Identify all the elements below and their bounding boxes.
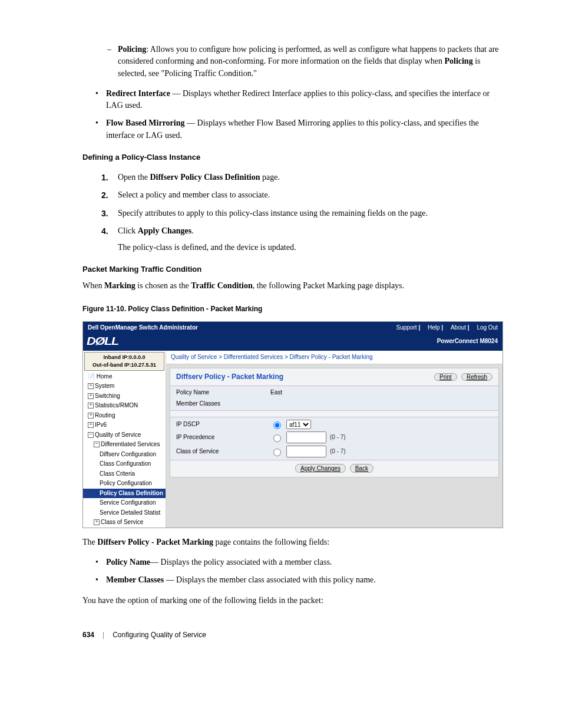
member-classes-label: Member Classes xyxy=(176,400,270,409)
print-button[interactable]: Print xyxy=(434,373,457,381)
af-p2: page contains the following fields: xyxy=(213,538,329,546)
nav-cconf[interactable]: Class Configuration xyxy=(83,459,166,469)
fig-titlebar: Dell OpenManage Switch Administrator Sup… xyxy=(83,322,503,334)
af-p1: The xyxy=(82,538,97,546)
dscp-radio[interactable] xyxy=(273,421,281,429)
cos-input[interactable] xyxy=(286,446,326,457)
dscp-label: IP DSCP xyxy=(176,420,270,429)
refresh-button[interactable]: Refresh xyxy=(461,373,492,381)
link-about[interactable]: About xyxy=(451,324,466,331)
flow-item: Flow Based Mirroring — Displays whether … xyxy=(106,117,503,141)
marking-sentence: When Marking is chosen as the Traffic Co… xyxy=(82,280,503,292)
step1-a: Open the xyxy=(118,173,150,182)
nav-routing[interactable]: +Routing xyxy=(83,411,166,421)
fields-list: Policy Name— Displays the policy associa… xyxy=(82,556,503,587)
nav-sdstat[interactable]: Service Detailed Statist xyxy=(83,508,166,518)
policing-item: Policing: Allows you to configure how po… xyxy=(118,44,503,80)
panel: Diffserv Policy - Packet Marking Print R… xyxy=(170,368,499,477)
field-member-text: — Displays the member class associated w… xyxy=(164,575,376,584)
step4-c: . xyxy=(191,226,194,235)
steps-list: Open the Diffserv Policy Class Definitio… xyxy=(82,172,503,253)
row-policy: Policy Name East xyxy=(170,387,498,398)
panel-actions: Apply Changes Back xyxy=(170,460,498,477)
fig-main: Quality of Service > Differentiated Serv… xyxy=(166,351,503,528)
nav-system[interactable]: +System xyxy=(83,381,166,391)
nav-ccrit[interactable]: Class Criteria xyxy=(83,469,166,479)
step-3: Specify attributes to apply to this poli… xyxy=(118,207,503,219)
ms-b1: Marking xyxy=(104,281,135,290)
link-help[interactable]: Help xyxy=(428,324,440,331)
redirect-item: Redirect Interface — Displays whether Re… xyxy=(106,88,503,112)
prec-input[interactable] xyxy=(286,431,326,443)
af-b1: Diffserv Policy - Packet Marking xyxy=(97,538,213,546)
figure-caption: Figure 11-10. Policy Class Definition - … xyxy=(82,304,503,314)
policy-name-label: Policy Name xyxy=(176,388,270,397)
fig-logo-row: DØLL PowerConnect M8024 xyxy=(83,334,503,350)
nav-pconf[interactable]: Policy Configuration xyxy=(83,479,166,489)
screenshot-figure: Dell OpenManage Switch Administrator Sup… xyxy=(82,321,503,528)
ip-inband: Inband IP:0.0.0.0 xyxy=(87,354,161,361)
nav-sconf[interactable]: Service Configuration xyxy=(83,498,166,508)
link-logout[interactable]: Log Out xyxy=(477,324,498,331)
apply-changes-button[interactable]: Apply Changes xyxy=(295,464,346,473)
ip-oob: Out-of-band IP:10.27.5.31 xyxy=(87,361,161,369)
row-member: Member Classes xyxy=(170,398,498,410)
step4-a: Click xyxy=(118,226,138,235)
product-label: PowerConnect M8024 xyxy=(437,337,498,346)
nav-stats[interactable]: +Statistics/RMON xyxy=(83,401,166,411)
field-policy-item: Policy Name— Displays the policy associa… xyxy=(106,556,503,568)
nav-tree[interactable]: Inband IP:0.0.0.0 Out-of-band IP:10.27.5… xyxy=(83,351,166,528)
step-2: Select a policy and member class to asso… xyxy=(118,189,503,201)
prec-radio[interactable] xyxy=(273,434,281,442)
policy-name-value: East xyxy=(270,388,282,397)
dell-logo: DØLL xyxy=(87,334,118,349)
row-cos: Class of Service (0 - 7) xyxy=(170,444,498,459)
field-member-label: Member Classes xyxy=(106,575,164,584)
prec-label: IP Precedence xyxy=(176,433,270,442)
nav-ipv6[interactable]: +IPv6 xyxy=(83,420,166,430)
closing-sentence: You have the option of marking one of th… xyxy=(82,595,503,607)
cos-label: Class of Service xyxy=(176,447,270,456)
breadcrumb[interactable]: Quality of Service > Differentiated Serv… xyxy=(166,351,503,365)
cos-radio[interactable] xyxy=(273,449,281,456)
row-prec: IP Precedence (0 - 7) xyxy=(170,430,498,444)
heading-defining: Defining a Policy-Class Instance xyxy=(82,152,503,163)
back-button[interactable]: Back xyxy=(350,464,373,473)
link-support[interactable]: Support xyxy=(396,324,417,331)
nav-qos[interactable]: −Quality of Service xyxy=(83,430,166,440)
nav-diff[interactable]: −Differentiated Services xyxy=(83,440,166,450)
nav-dconf[interactable]: Diffserv Configuration xyxy=(83,450,166,460)
field-policy-text: — Displays the policy associated with a … xyxy=(150,558,332,566)
nav-switching[interactable]: +Switching xyxy=(83,391,166,401)
page-number: 634 xyxy=(82,630,94,640)
step-1: Open the Diffserv Policy Class Definitio… xyxy=(118,172,503,183)
step1-c: page. xyxy=(260,173,279,182)
page-footer: 634 | Configuring Quality of Service xyxy=(82,630,503,640)
policing-text: : Allows you to configure how policing i… xyxy=(118,45,499,65)
cos-hint: (0 - 7) xyxy=(330,447,346,456)
dscp-select[interactable]: af11 xyxy=(286,420,311,429)
row-dscp: IP DSCP af11 xyxy=(170,419,498,430)
nav-cos[interactable]: +Class of Service xyxy=(83,518,166,528)
footer-sep: | xyxy=(103,630,104,640)
step4-b: Apply Changes xyxy=(138,226,191,235)
step1-b: Diffserv Policy Class Definition xyxy=(150,173,260,182)
flow-label: Flow Based Mirroring xyxy=(106,118,185,127)
fig-title: Dell OpenManage Switch Administrator xyxy=(88,324,198,332)
nav-home[interactable]: 📄 Home xyxy=(83,372,166,382)
nav-pcdef[interactable]: Policy Class Definition xyxy=(83,489,166,499)
prec-hint: (0 - 7) xyxy=(330,433,346,442)
field-policy-label: Policy Name xyxy=(106,558,150,566)
redirect-label: Redirect Interface xyxy=(106,89,170,98)
step4-result: The policy-class is defined, and the dev… xyxy=(118,242,503,253)
field-member-item: Member Classes — Displays the member cla… xyxy=(106,574,503,586)
footer-section: Configuring Quality of Service xyxy=(113,630,206,640)
policing-bold2: Policing xyxy=(444,57,472,65)
ms-p2: is chosen as the xyxy=(135,281,191,290)
policing-sublist: Policing: Allows you to configure how po… xyxy=(82,44,503,80)
step-4: Click Apply Changes. The policy-class is… xyxy=(118,225,503,254)
fig-header-links: Support | Help | About | Log Out xyxy=(396,324,498,332)
heading-packet-marking: Packet Marking Traffic Condition xyxy=(82,264,503,275)
ms-p1: When xyxy=(82,281,104,290)
fig-body: Inband IP:0.0.0.0 Out-of-band IP:10.27.5… xyxy=(83,351,503,528)
